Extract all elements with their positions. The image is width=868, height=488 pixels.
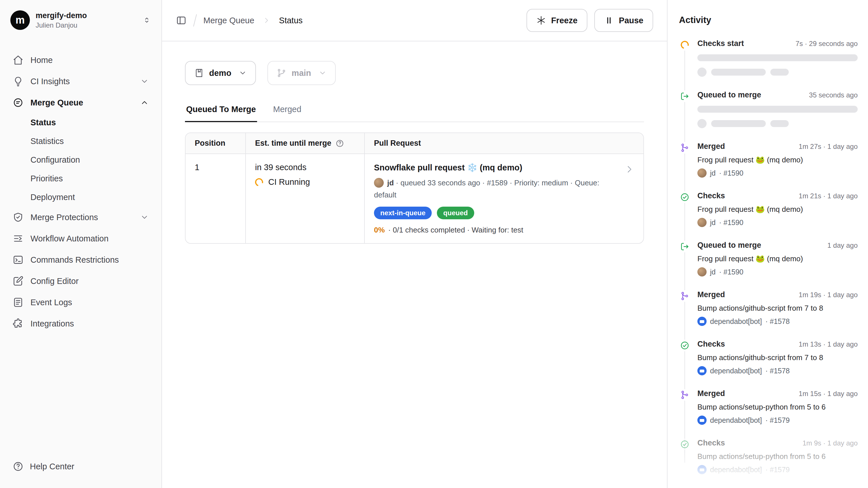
help-center-link[interactable]: Help Center — [7, 455, 155, 478]
column-position: Position — [186, 133, 246, 153]
sidebar-subitem-deployment[interactable]: Deployment — [7, 188, 155, 207]
repo-book-icon — [194, 68, 204, 78]
row-expand-button[interactable] — [624, 164, 634, 174]
chevron-down-icon — [140, 77, 149, 86]
dependabot-avatar — [698, 317, 707, 326]
git-merge-icon — [679, 290, 690, 302]
lightbulb-icon — [13, 76, 24, 87]
org-switcher[interactable]: m mergify-demo Julien Danjou — [7, 8, 155, 32]
skeleton-avatar — [698, 119, 707, 128]
sidebar-item-ci-insights[interactable]: CI Insights — [7, 71, 155, 92]
queue-row-pr: Snowflake pull request ❄️ (mq demo) jd ·… — [365, 154, 643, 243]
pencil-square-icon — [13, 276, 24, 287]
sidebar-item-merge-protections[interactable]: Merge Protections — [7, 207, 155, 228]
activity-item-checks: Checks 1m 21s · 1 day ago Frog pull requ… — [679, 192, 858, 227]
pr-checks-progress: 0% · 0/1 checks completed · Waiting for:… — [374, 226, 616, 234]
sidebar-item-label: Integrations — [30, 319, 74, 328]
pr-number: · #1579 — [766, 416, 790, 425]
tab-queued-to-merge[interactable]: Queued To Merge — [185, 105, 257, 122]
activity-item-time: 7s · 29 seconds ago — [796, 40, 858, 48]
sidebar-item-label: Home — [30, 55, 53, 65]
pr-number: · #1590 — [719, 169, 743, 177]
activity-item-time: 1 day ago — [828, 241, 858, 250]
sidebar-item-label: Config Editor — [30, 277, 79, 286]
author-name: jd — [710, 219, 715, 227]
chevron-up-icon — [140, 98, 149, 107]
sidebar-subitem-statistics[interactable]: Statistics — [7, 132, 155, 151]
skeleton-bar — [711, 69, 766, 76]
skeleton-bar — [698, 54, 858, 61]
activity-panel: Activity Checks start 7s · 29 seconds ag… — [667, 0, 868, 488]
activity-item-title: Queued to merge — [698, 90, 761, 99]
activity-pr-link[interactable]: Frog pull request 🐸 (mq demo) — [698, 254, 858, 263]
sidebar-item-integrations[interactable]: Integrations — [7, 313, 155, 334]
sidebar-item-home[interactable]: Home — [7, 50, 155, 71]
branch-selector[interactable]: main — [268, 61, 336, 85]
activity-item-queued: Queued to merge 1 day ago Frog pull requ… — [679, 241, 858, 277]
sidebar-item-workflow-automation[interactable]: Workflow Automation — [7, 228, 155, 249]
git-merge-icon — [679, 142, 690, 153]
log-document-icon — [13, 297, 24, 308]
pause-button[interactable]: Pause — [594, 9, 653, 32]
chevron-down-icon — [239, 69, 247, 77]
check-circle-icon — [679, 192, 690, 203]
activity-item-merged: Merged 1m 27s · 1 day ago Frog pull requ… — [679, 142, 858, 178]
sidebar-item-event-logs[interactable]: Event Logs — [7, 292, 155, 313]
activity-author: dependabot[bot] · #1578 — [698, 366, 858, 375]
sidebar-item-label: Commands Restrictions — [30, 255, 119, 265]
sidebar-item-config-editor[interactable]: Config Editor — [7, 270, 155, 292]
activity-pr-link[interactable]: Bump actions/github-script from 7 to 8 — [698, 304, 858, 313]
pr-author: jd — [387, 178, 394, 187]
chevron-down-icon — [318, 69, 327, 77]
skeleton-bar — [711, 120, 766, 127]
activity-pr-link[interactable]: Bump actions/github-script from 7 to 8 — [698, 353, 858, 362]
freeze-label: Freeze — [551, 16, 578, 25]
activity-item-checks: Checks 1m 13s · 1 day ago Bump actions/g… — [679, 340, 858, 375]
sidebar-subitem-status[interactable]: Status — [7, 113, 155, 132]
tab-merged[interactable]: Merged — [272, 105, 303, 121]
queue-row[interactable]: 1 in 39 seconds CI Running Snowflake pul… — [186, 154, 643, 243]
skeleton-bar — [770, 69, 789, 76]
pr-number: · #1578 — [766, 367, 790, 375]
queue-tabs: Queued To Merge Merged — [185, 105, 644, 122]
author-name: dependabot[bot] — [710, 317, 762, 326]
repo-selector[interactable]: demo — [185, 61, 256, 85]
question-circle-icon — [13, 461, 24, 472]
activity-item-time: 1m 21s · 1 day ago — [799, 192, 858, 200]
activity-author: dependabot[bot] · #1579 — [698, 465, 858, 474]
sidebar-subitem-priorities[interactable]: Priorities — [7, 169, 155, 188]
activity-item-time: 1m 9s · 1 day ago — [803, 439, 858, 447]
freeze-button[interactable]: Freeze — [526, 9, 587, 32]
activity-item-time: 1m 15s · 1 day ago — [799, 390, 858, 398]
skeleton-bar — [698, 106, 858, 113]
pr-number: · #1579 — [766, 466, 790, 474]
chevron-right-icon — [624, 164, 634, 174]
activity-pr-link[interactable]: Bump actions/setup-python from 5 to 6 — [698, 403, 858, 411]
author-name: jd — [710, 268, 715, 276]
activity-item-title: Checks start — [698, 39, 744, 48]
breadcrumb-merge-queue[interactable]: Merge Queue — [204, 16, 254, 25]
ci-status-label: CI Running — [268, 177, 310, 187]
sidebar-toggle-button[interactable] — [176, 15, 187, 26]
pr-title-link[interactable]: Snowflake pull request ❄️ (mq demo) — [374, 163, 616, 172]
skeleton-bar — [770, 120, 789, 127]
workflow-icon — [13, 233, 24, 244]
help-tooltip-icon[interactable] — [336, 139, 344, 148]
activity-item-merged: Merged 1m 15s · 1 day ago Bump actions/s… — [679, 389, 858, 425]
activity-item-title: Merged — [698, 389, 725, 398]
branch-selector-value: main — [291, 68, 311, 78]
activity-author: dependabot[bot] · #1578 — [698, 317, 858, 326]
activity-item-time: 35 seconds ago — [809, 91, 858, 99]
activity-item-merged: Merged 1m 19s · 1 day ago Bump actions/g… — [679, 290, 858, 326]
breadcrumb-separator-icon — [262, 16, 271, 25]
sidebar-nav: Home CI Insights Merge Queue Status Stat… — [7, 50, 155, 455]
activity-title: Activity — [679, 15, 858, 25]
sidebar-item-merge-queue[interactable]: Merge Queue — [7, 92, 155, 113]
activity-pr-link[interactable]: Bump actions/setup-python from 5 to 6 — [698, 452, 858, 461]
sidebar: m mergify-demo Julien Danjou Home CI Ins… — [0, 0, 162, 488]
activity-pr-link[interactable]: Frog pull request 🐸 (mq demo) — [698, 155, 858, 164]
sidebar-subitem-configuration[interactable]: Configuration — [7, 151, 155, 169]
spinner-icon — [679, 39, 690, 51]
activity-pr-link[interactable]: Frog pull request 🐸 (mq demo) — [698, 205, 858, 214]
sidebar-item-commands-restrictions[interactable]: Commands Restrictions — [7, 249, 155, 270]
